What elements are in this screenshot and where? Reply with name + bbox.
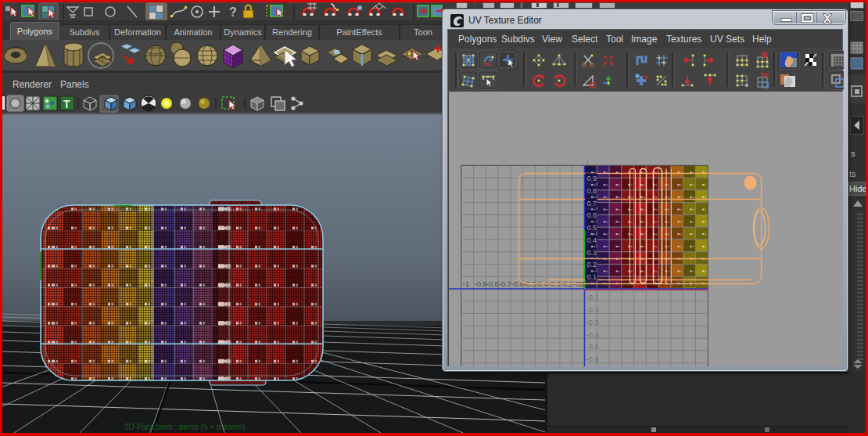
svg-text:-0.4: -0.4: [586, 330, 599, 339]
svg-text:0.3: 0.3: [587, 249, 597, 257]
svg-text:-0.2: -0.2: [586, 305, 599, 314]
svg-text:0.1: 0.1: [587, 273, 597, 281]
svg-text:0.7: 0.7: [587, 200, 597, 207]
svg-text:-0.6: -0.6: [586, 355, 599, 363]
svg-text:-0.7: -0.7: [499, 279, 511, 288]
svg-text:?: ?: [229, 5, 237, 19]
svg-text:0.9: 0.9: [587, 175, 597, 182]
svg-text:-0.6: -0.6: [511, 279, 524, 288]
svg-text:-0.9: -0.9: [475, 279, 487, 288]
svg-text:0.4: 0.4: [587, 236, 597, 244]
svg-text:-0.5: -0.5: [586, 342, 599, 351]
svg-text:-0.3: -0.3: [586, 318, 599, 326]
svg-text:0.6: 0.6: [587, 211, 597, 219]
svg-text:1: 1: [586, 158, 590, 167]
svg-text:-0.8: -0.8: [486, 279, 499, 288]
svg-text:0.5: 0.5: [587, 224, 597, 232]
svg-text:-0.1: -0.1: [586, 293, 599, 301]
svg-text:-1: -1: [463, 279, 469, 288]
svg-text:0.8: 0.8: [587, 187, 597, 195]
svg-text:T: T: [63, 98, 70, 110]
svg-text:0.2: 0.2: [587, 261, 597, 268]
